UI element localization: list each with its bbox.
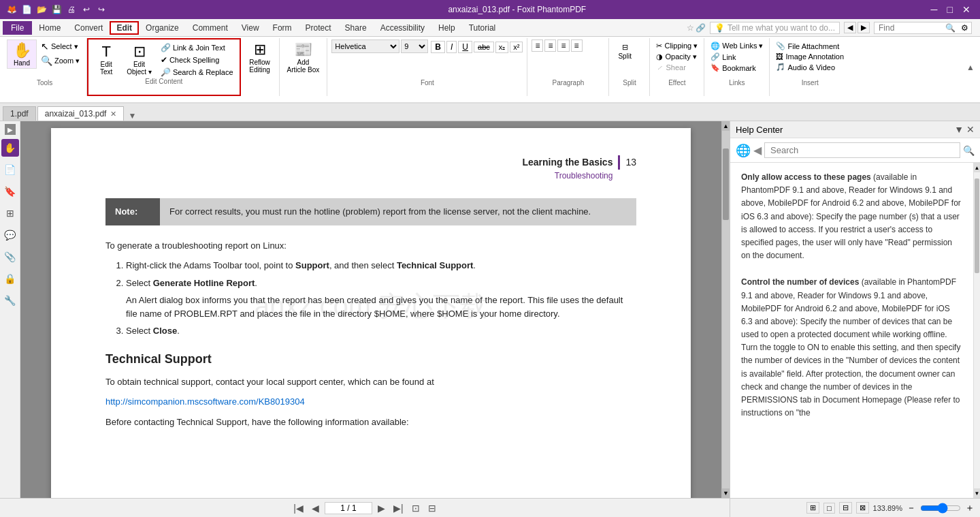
close-button[interactable]: ✕	[958, 3, 975, 16]
web-links-button[interactable]: 🌐 Web Links ▾	[708, 41, 765, 51]
find-bar[interactable]: 🔍 ⚙	[874, 22, 972, 34]
ribbon-collapse-button[interactable]: ▲	[964, 38, 977, 96]
select-button[interactable]: ↖ Select ▾	[38, 40, 82, 53]
single-view-button[interactable]: □	[823, 503, 835, 514]
clipping-button[interactable]: ✂ Clipping ▾	[654, 41, 700, 51]
zoom-slider[interactable]	[920, 503, 961, 514]
redo-icon[interactable]: ↪	[95, 3, 108, 16]
back-button[interactable]: ◀	[844, 22, 856, 33]
reflow-button[interactable]: ⊞ ReflowEditing	[245, 40, 275, 75]
scroll-thumb[interactable]	[723, 148, 729, 220]
image-annotation-button[interactable]: 🖼 Image Annotation	[774, 52, 846, 61]
first-page-button[interactable]: |◀	[291, 501, 306, 515]
edit-text-button[interactable]: T EditText	[93, 41, 120, 78]
menu-share[interactable]: Share	[338, 21, 374, 35]
sidebar-comment-icon[interactable]: 💬	[1, 226, 19, 244]
print-icon[interactable]: 🖨	[65, 3, 78, 16]
help-search-input[interactable]	[764, 142, 960, 158]
sidebar-attachment-icon[interactable]: 📎	[1, 248, 19, 266]
doc-scrollbar[interactable]: ▲ ▼	[721, 121, 730, 498]
italic-button[interactable]: I	[446, 41, 457, 53]
page-number-input[interactable]	[325, 502, 372, 514]
table-view-button[interactable]: ⊞	[806, 502, 819, 514]
maximize-button[interactable]: □	[943, 3, 957, 16]
hand-button[interactable]: ✋ Hand	[7, 40, 37, 69]
prev-page-button[interactable]: ◀	[309, 501, 322, 515]
menu-protect[interactable]: Protect	[299, 21, 338, 35]
open-icon[interactable]: 📂	[35, 3, 48, 16]
menu-home[interactable]: Home	[32, 21, 67, 35]
link-join-button[interactable]: 🔗 Link & Join Text	[159, 42, 235, 53]
strikethrough-button[interactable]: abc	[474, 42, 494, 52]
help-scrollbar[interactable]: ▲ ▼	[973, 163, 980, 498]
file-attachment-button[interactable]: 📎 File Attachment	[774, 41, 846, 51]
tab-dropdown[interactable]: ▼	[128, 111, 136, 121]
subscript-button[interactable]: x₂	[495, 42, 509, 53]
scroll-up-button[interactable]: ▲	[722, 121, 730, 131]
search-replace-button[interactable]: 🔎 Search & Replace	[159, 67, 235, 78]
zoom-button[interactable]: 🔍 Zoom ▾	[38, 54, 82, 67]
minimize-button[interactable]: ─	[927, 3, 942, 16]
last-page-button[interactable]: ▶|	[391, 501, 406, 515]
bold-button[interactable]: B	[431, 41, 445, 53]
two-page-button[interactable]: ⊟	[839, 502, 852, 514]
doc-link[interactable]: http://simcompanion.mscsoftware.com/KB80…	[105, 395, 636, 409]
tell-me-text[interactable]: Tell me what you want to do...	[728, 23, 835, 33]
menu-file[interactable]: File	[3, 21, 32, 35]
save-icon[interactable]: 💾	[50, 3, 63, 16]
next-page-button[interactable]: ▶	[375, 501, 388, 515]
tab-1pdf[interactable]: 1.pdf	[3, 106, 36, 121]
scroll-track[interactable]	[722, 131, 730, 488]
panel-down-button[interactable]: ▼	[954, 124, 964, 135]
new-icon[interactable]: 📄	[20, 3, 33, 16]
help-scroll-track[interactable]	[974, 172, 980, 488]
menu-edit[interactable]: Edit	[110, 21, 139, 35]
fit-width-button[interactable]: ⊟	[425, 501, 439, 515]
help-scroll-thumb[interactable]	[975, 178, 979, 273]
justify-button[interactable]: ≡	[571, 40, 583, 52]
menu-convert[interactable]: Convert	[67, 21, 110, 35]
sidebar-page-icon[interactable]: 📄	[1, 161, 19, 178]
scroll-down-button[interactable]: ▼	[722, 488, 730, 498]
zoom-in-button[interactable]: ＋	[965, 502, 975, 514]
font-name-select[interactable]: Helvetica	[331, 40, 399, 53]
font-size-select[interactable]: 9	[401, 40, 428, 53]
panel-close-button[interactable]: ✕	[966, 124, 975, 135]
tell-me-bar[interactable]: 💡 Tell me what you want to do...	[710, 22, 840, 34]
help-scroll-down[interactable]: ▼	[974, 488, 980, 498]
doc-scroll-area[interactable]: Learning the Basics Troubleshooting 13 N…	[20, 121, 721, 498]
split-button[interactable]: ⊟Split	[613, 40, 636, 63]
align-right-button[interactable]: ≡	[557, 40, 569, 52]
sidebar-tools2-icon[interactable]: 🔧	[1, 292, 19, 309]
shear-button[interactable]: ⟋ Shear	[654, 63, 700, 72]
check-spelling-button[interactable]: ✔ Check Spelling	[159, 54, 235, 65]
underline-button[interactable]: U	[458, 41, 472, 53]
align-left-button[interactable]: ≡	[532, 40, 543, 52]
help-search-button[interactable]: 🔍	[963, 145, 975, 156]
help-scroll-up[interactable]: ▲	[974, 163, 980, 172]
sidebar-hand-icon[interactable]: ✋	[1, 139, 19, 157]
edit-object-button[interactable]: ⊡ EditObject ▾	[122, 41, 156, 78]
menu-help[interactable]: Help	[431, 21, 462, 35]
superscript-button[interactable]: x²	[510, 42, 523, 52]
sidebar-lock-icon[interactable]: 🔒	[1, 270, 19, 287]
tab-close-anxaizai[interactable]: ✕	[110, 110, 116, 119]
menu-comment[interactable]: Comment	[186, 21, 235, 35]
bookmark-button[interactable]: 🔖 Bookmark	[708, 63, 765, 73]
add-article-button[interactable]: 📰 AddArticle Box	[284, 40, 323, 75]
undo-icon[interactable]: ↩	[80, 3, 93, 16]
fit-page-button[interactable]: ⊡	[409, 501, 423, 515]
link-button[interactable]: 🔗 Link	[708, 52, 765, 62]
find-input[interactable]	[875, 22, 943, 33]
opacity-button[interactable]: ◑ Opacity ▾	[654, 52, 700, 62]
menu-form[interactable]: Form	[266, 21, 299, 35]
audio-video-button[interactable]: 🎵 Audio & Video	[774, 62, 846, 72]
menu-view[interactable]: View	[235, 21, 266, 35]
sidebar-bookmark-icon[interactable]: 🔖	[1, 183, 19, 200]
forward-button[interactable]: ▶	[858, 22, 870, 33]
align-center-button[interactable]: ≡	[544, 40, 556, 52]
sidebar-layers-icon[interactable]: ⊞	[1, 204, 19, 222]
tab-anxaizai[interactable]: anxaizai_013.pdf ✕	[37, 106, 125, 121]
menu-tutorial[interactable]: Tutorial	[462, 21, 503, 35]
zoom-out-button[interactable]: －	[906, 502, 916, 514]
